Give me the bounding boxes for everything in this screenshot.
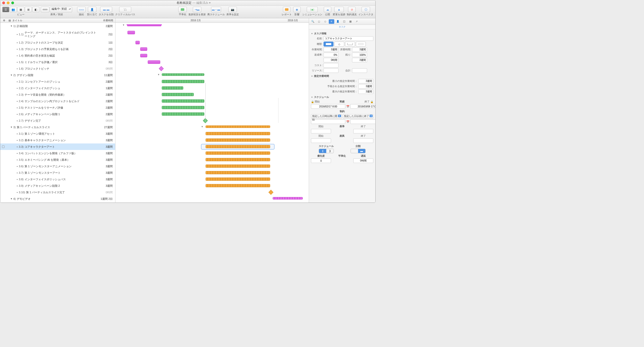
gantt-bar[interactable] xyxy=(206,171,270,174)
outline-task-row[interactable]: ●2.5)テストツールをリサーチ／評価2週間 xyxy=(0,104,115,111)
outline-task-row[interactable]: ●3.10)第 1 バーティカルスライス完了0時間 xyxy=(0,189,115,196)
effort-done-input[interactable] xyxy=(324,58,339,62)
task-title[interactable]: テーマ音楽を開発（契約作曲家） xyxy=(25,93,98,97)
outline-task-row[interactable]: ●2.2)インターフェイスのブッシュ1週間 xyxy=(0,85,115,91)
disclosure-triangle-icon[interactable]: ▼ xyxy=(10,126,13,128)
inspector-task-tab[interactable]: ≡ xyxy=(329,19,334,24)
task-title[interactable]: メディアキャンペーン段階 1 xyxy=(25,112,98,116)
inspector-toggle-button[interactable]: ⓘ xyxy=(362,7,370,12)
gantt-milestone[interactable] xyxy=(268,190,273,195)
changetracking-button[interactable]: ▲ xyxy=(334,7,344,12)
section-estimate[interactable]: 推定作業時間 xyxy=(311,74,373,78)
outline-task-row[interactable]: ●2.7)デザイン完了0時間 xyxy=(0,117,115,124)
reschedule-button[interactable]: ▬↔▬ xyxy=(211,7,221,12)
reports-button[interactable] xyxy=(283,7,290,12)
task-title[interactable]: コンセプトアートのブッシュ xyxy=(25,80,98,84)
est-min-input[interactable] xyxy=(358,79,373,83)
outline-task-row[interactable]: ●3.8)インターフェイスポリッシュパス3週間 xyxy=(0,176,115,183)
zoom-window-icon[interactable] xyxy=(11,2,14,4)
constraint-end-date-input[interactable] xyxy=(350,119,375,124)
outline-task-row[interactable]: ●1.5)ミドルウェアを評価／選択3日 xyxy=(0,59,115,65)
outline-task-row[interactable]: ●3.4)コンバットエンジンを開発（アルファ版）3週間 xyxy=(0,150,115,156)
task-title[interactable]: 基本キャラクターアニメーション xyxy=(25,138,98,142)
resource-input[interactable] xyxy=(324,68,339,73)
gantt-disclosure-icon[interactable]: ▼ xyxy=(201,125,203,128)
title-column-header[interactable]: タイトル xyxy=(11,19,98,22)
schedule-direction-toggle[interactable]: ⟪⟫ xyxy=(319,149,334,153)
baseline-start-input[interactable] xyxy=(311,129,331,133)
outline-body[interactable]: ▼1)計画段階2週間●1.1)テーマ、オーディエンス、アートスタイルのブレインス… xyxy=(0,23,115,203)
task-title[interactable]: 第 1 ゾーンモンスターアート xyxy=(25,171,98,175)
gantt-disclosure-icon[interactable]: ▼ xyxy=(157,73,160,76)
gantt-bar[interactable] xyxy=(162,86,183,90)
simulation-button[interactable]: ⟨◆⟩ xyxy=(307,7,318,12)
baseline-bar-icon[interactable] xyxy=(41,7,49,12)
gantt-bar[interactable] xyxy=(162,112,204,116)
lock-icon[interactable]: 🔒 xyxy=(311,100,314,103)
gantt-bar[interactable] xyxy=(206,132,270,135)
outline-task-row[interactable]: ●1.3)プロジェクトの予算見積もりを計画2日 xyxy=(0,46,115,52)
outline-task-row[interactable]: ●3.1)第 1 ゾーン環境アセット3週間 xyxy=(0,130,115,137)
task-title[interactable]: メディアキャンペーン段階 2 xyxy=(25,184,98,188)
task-title[interactable]: エネミーバシング AI を開発（基本） xyxy=(25,158,98,162)
baseline-mode-select[interactable]: 編集中: 実績▴▾ xyxy=(50,7,72,12)
outline-task-row[interactable]: ●2.3)テーマ音楽を開発（契約作曲家）2週間 xyxy=(0,91,115,98)
gantt-bar[interactable] xyxy=(140,54,147,57)
gantt-bar[interactable] xyxy=(148,60,160,64)
gantt-bar[interactable] xyxy=(135,41,140,44)
gantt-bar[interactable] xyxy=(127,31,135,34)
document-edited-indicator[interactable]: — 編集済み ▾ xyxy=(193,1,211,5)
view-calendar-button[interactable]: ▦ xyxy=(17,7,24,12)
gantt-bar[interactable] xyxy=(206,151,270,155)
section-schedule[interactable]: スケジュール xyxy=(311,95,373,99)
view-resources-button[interactable]: 👥 xyxy=(10,7,17,12)
outline-task-row[interactable]: ●3.2)基本キャラクターアニメーション3週間 xyxy=(0,137,115,143)
disclosure-triangle-icon[interactable]: ▼ xyxy=(10,25,13,27)
task-title[interactable]: コンバットエンジンを開発（アルファ版） xyxy=(25,151,98,155)
outline-task-row[interactable]: ●2.6)メディアキャンペーン段階 12週間 xyxy=(0,111,115,117)
gantt-bar[interactable] xyxy=(206,158,270,161)
disclosure-triangle-icon[interactable]: ▼ xyxy=(10,198,13,200)
task-title[interactable]: コアキャラクターアート xyxy=(25,145,98,149)
remaining-input[interactable] xyxy=(352,53,367,57)
task-title[interactable]: 計画段階 xyxy=(17,24,98,28)
status-column-icon[interactable]: ⚙ xyxy=(0,19,8,22)
level-button[interactable] xyxy=(178,7,187,12)
view-styles-button[interactable]: ◧ xyxy=(32,7,39,12)
section-task-info[interactable]: タスク情報 xyxy=(311,32,373,35)
split-task-button[interactable]: ▬ ▬ xyxy=(100,7,112,12)
constraint-start-select[interactable]: 指定した日時以降に開始 xyxy=(311,114,342,119)
set-baseline-button[interactable]: 📷 xyxy=(228,7,237,12)
outline-task-row[interactable]: ●1.6)プロジェクトピッチ0時間 xyxy=(0,65,115,72)
constraint-end-select[interactable]: 指定した日以前に終了 xyxy=(343,114,374,119)
outline-task-row[interactable]: ●1.1)テーマ、オーディエンス、アートスタイルのブレインストーミング2日 xyxy=(0,29,115,39)
outline-task-row[interactable]: ●2.1)コンセプトアートのブッシュ2週間 xyxy=(0,78,115,85)
type-milestone-button[interactable]: ◇ xyxy=(334,42,344,47)
splitting-toggle[interactable]: ▬ xyxy=(351,149,366,153)
outline-task-row[interactable]: ●3.9)メディアキャンペーン段階 23週間 xyxy=(0,183,115,189)
duration-input[interactable] xyxy=(352,47,367,52)
task-title[interactable]: インターフェイスポリッシュパス xyxy=(25,178,98,181)
gantt-summary-bar[interactable] xyxy=(162,73,204,76)
inspector-columns-icon[interactable]: ▦ xyxy=(348,19,353,24)
inspector-search-icon[interactable]: 🔍 xyxy=(310,19,315,24)
constraint-start-date-input[interactable] xyxy=(311,119,345,124)
task-title[interactable]: デザイン段階 xyxy=(17,73,98,77)
violations-button[interactable]: ⊘ xyxy=(348,7,356,12)
task-title[interactable]: プロジェクトのスコープを決定 xyxy=(25,41,98,45)
inspector-milestone-icon[interactable]: ◇ xyxy=(323,19,328,24)
gantt-bar[interactable] xyxy=(162,80,204,83)
task-title[interactable]: デモビデオ xyxy=(17,197,98,201)
priority-input[interactable] xyxy=(311,158,331,163)
task-title[interactable]: デザイン完了 xyxy=(25,119,98,123)
task-title[interactable]: テストツールをリサーチ／評価 xyxy=(25,106,98,110)
type-task-button[interactable] xyxy=(324,42,334,47)
variance-start-input[interactable] xyxy=(311,138,331,143)
gantt-bar[interactable] xyxy=(206,138,270,142)
task-name-input[interactable] xyxy=(324,36,373,41)
task-title[interactable]: ミドルウェアを評価／選択 xyxy=(25,60,98,64)
gantt-bar[interactable] xyxy=(140,47,147,51)
outline-task-row[interactable]: ●1.2)プロジェクトのスコープを決定1日 xyxy=(0,39,115,46)
disclosure-triangle-icon[interactable]: ▼ xyxy=(10,74,13,76)
connect-button[interactable]: ▭▭ xyxy=(77,7,86,12)
